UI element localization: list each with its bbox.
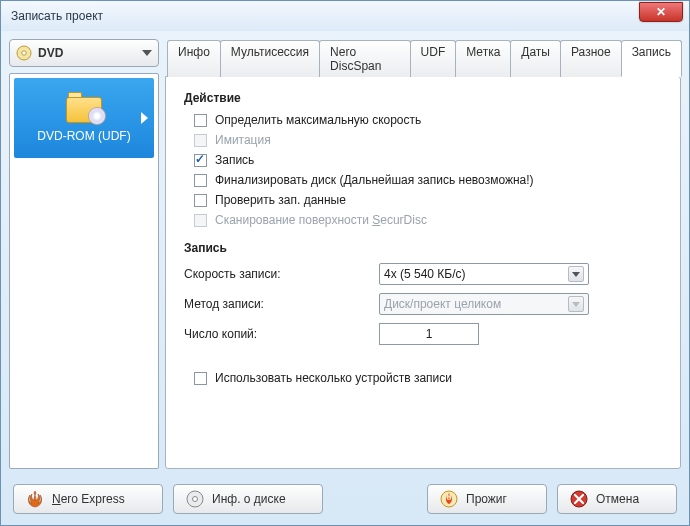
opt-label: Финализировать диск (Дальнейшая запись н…	[215, 173, 534, 187]
select-write-speed[interactable]: 4x (5 540 КБ/с)	[379, 263, 589, 285]
chevron-down-icon	[568, 266, 584, 282]
client-area: DVD DVD-ROM (UDF) Инфо Мульти	[5, 35, 685, 521]
tab-burn[interactable]: Запись	[621, 40, 682, 77]
section-action-title: Действие	[184, 91, 662, 105]
select-write-method: Диск/проект целиком	[379, 293, 589, 315]
opt-label: Определить максимальную скорость	[215, 113, 421, 127]
burn-button[interactable]: Прожиг	[427, 484, 547, 514]
drive-type-selector[interactable]: DVD	[9, 39, 159, 67]
chevron-down-icon	[142, 50, 152, 56]
opt-label: Сканирование поверхности SecurDisc	[215, 213, 427, 227]
checkbox-icon	[194, 214, 207, 227]
project-item-dvdrom-udf[interactable]: DVD-ROM (UDF)	[14, 78, 154, 158]
tab-udf[interactable]: UDF	[410, 40, 457, 77]
checkbox-icon	[194, 194, 207, 207]
section-write-title: Запись	[184, 241, 662, 255]
tab-misc[interactable]: Разное	[560, 40, 622, 77]
close-icon: ✕	[656, 5, 666, 19]
project-list: DVD-ROM (UDF)	[9, 73, 159, 469]
chevron-down-icon	[568, 296, 584, 312]
button-label: Nero Express	[52, 492, 125, 506]
titlebar: Записать проект ✕	[1, 1, 689, 31]
disc-info-button[interactable]: Инф. о диске	[173, 484, 323, 514]
svg-point-1	[22, 51, 26, 55]
tab-panel-burn: Действие Определить максимальную скорост…	[165, 76, 681, 469]
opt-label: Имитация	[215, 133, 271, 147]
select-value: 4x (5 540 КБ/с)	[384, 267, 564, 281]
tab-strip: Инфо Мультисессия Nero DiscSpan UDF Метк…	[165, 39, 681, 76]
close-button[interactable]: ✕	[639, 2, 683, 22]
tab-info[interactable]: Инфо	[167, 40, 221, 77]
opt-label: Запись	[215, 153, 254, 167]
flame-icon	[26, 490, 44, 508]
label-copies: Число копий:	[184, 327, 379, 341]
checkbox-icon	[194, 114, 207, 127]
window-title: Записать проект	[7, 9, 103, 23]
tab-dates[interactable]: Даты	[510, 40, 561, 77]
dialog-window: Записать проект ✕ DVD	[0, 0, 690, 526]
button-label: Прожиг	[466, 492, 507, 506]
checkbox-icon	[194, 134, 207, 147]
checkbox-icon	[194, 174, 207, 187]
tab-discspan[interactable]: Nero DiscSpan	[319, 40, 410, 77]
label-write-speed: Скорость записи:	[184, 267, 379, 281]
disc-info-icon	[186, 490, 204, 508]
button-label: Отмена	[596, 492, 639, 506]
opt-securdisc-scan: Сканирование поверхности SecurDisc	[194, 213, 662, 227]
svg-point-3	[193, 497, 198, 502]
nero-express-button[interactable]: Nero Express	[13, 484, 163, 514]
opt-simulation: Имитация	[194, 133, 662, 147]
tab-multisession[interactable]: Мультисессия	[220, 40, 320, 77]
tab-label[interactable]: Метка	[455, 40, 511, 77]
drive-type-label: DVD	[38, 46, 136, 60]
cancel-button[interactable]: Отмена	[557, 484, 677, 514]
opt-verify[interactable]: Проверить зап. данные	[194, 193, 662, 207]
opt-finalize[interactable]: Финализировать диск (Дальнейшая запись н…	[194, 173, 662, 187]
folder-disc-icon	[66, 93, 102, 123]
checkbox-icon	[194, 372, 207, 385]
input-copies[interactable]: 1	[379, 323, 479, 345]
button-label: Инф. о диске	[212, 492, 286, 506]
opt-multiple-recorders[interactable]: Использовать несколько устройств записи	[194, 371, 662, 385]
footer-buttons: Nero Express Инф. о диске	[5, 477, 685, 521]
opt-label: Проверить зап. данные	[215, 193, 346, 207]
checkbox-checked-icon	[194, 154, 207, 167]
disc-icon	[16, 45, 32, 61]
label-write-method: Метод записи:	[184, 297, 379, 311]
opt-write[interactable]: Запись	[194, 153, 662, 167]
chevron-right-icon	[141, 112, 148, 124]
burn-icon	[440, 490, 458, 508]
opt-label: Использовать несколько устройств записи	[215, 371, 452, 385]
project-item-label: DVD-ROM (UDF)	[37, 129, 130, 143]
cancel-icon	[570, 490, 588, 508]
select-value: Диск/проект целиком	[384, 297, 564, 311]
opt-max-speed[interactable]: Определить максимальную скорость	[194, 113, 662, 127]
